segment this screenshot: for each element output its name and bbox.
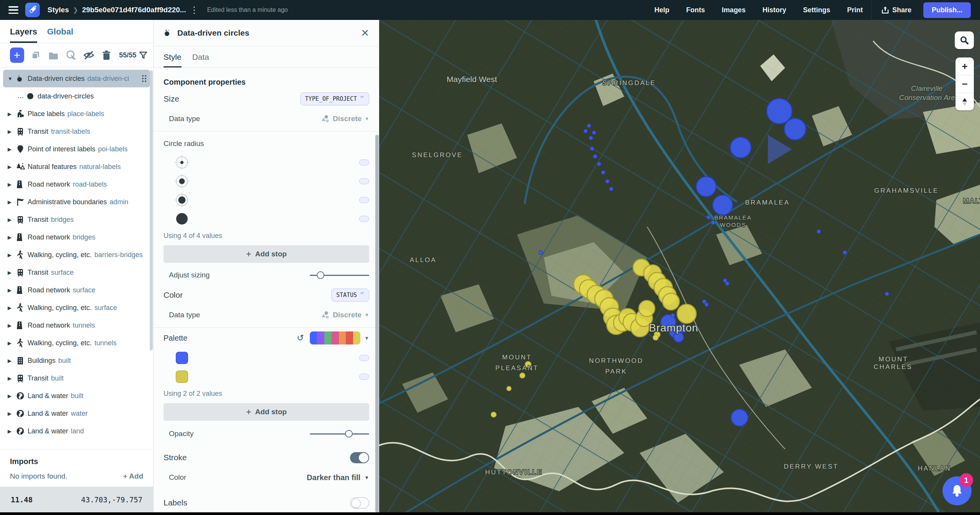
map-data-circle-in-progress[interactable] [609,187,613,191]
caret-right-icon[interactable]: ▶ [8,323,16,328]
caret-right-icon[interactable]: ▶ [8,235,16,240]
map-data-circle-in-progress[interactable] [601,171,605,174]
select-on-map-icon[interactable] [65,50,77,61]
nav-item-help[interactable]: Help [646,6,678,14]
stroke-toggle[interactable] [350,452,369,463]
map-data-circle-archive[interactable] [639,300,655,317]
map-data-circle-in-progress[interactable] [711,221,715,225]
map-data-circle-in-progress[interactable] [587,124,591,128]
nav-item-print[interactable]: Print [839,6,871,14]
caret-right-icon[interactable]: ▶ [8,217,16,223]
layer-row-tunnels[interactable]: ▶Walking, cycling, etc.tunnels [3,334,150,352]
caret-right-icon[interactable]: ▶ [8,287,16,293]
layer-row-admin[interactable]: ▶Administrative boundariesadmin [3,193,150,211]
caret-right-icon[interactable]: ▶ [8,358,16,364]
map-data-circle-archive[interactable] [653,335,658,340]
map-data-circle-in-progress[interactable] [705,303,708,307]
map-data-circle-archive[interactable] [507,386,511,391]
breadcrumb-style-id[interactable]: 29b5e0e071d4f76d0aff9d220... [82,6,186,14]
map-data-circle-in-progress[interactable] [784,118,806,140]
size-field-chip[interactable]: TYPE_OF_PROJECT“ [300,92,369,105]
caret-right-icon[interactable]: ▶ [8,199,16,205]
mapbox-studio-logo[interactable] [25,3,40,17]
hide-layer-icon[interactable] [83,50,95,60]
map-data-circle-archive[interactable] [520,373,525,378]
adjust-sizing-slider[interactable] [310,271,369,279]
layer-row-built[interactable]: ▶Transitbuilt [3,369,150,387]
map-data-circle-archive[interactable] [491,412,496,417]
map-data-circle-in-progress[interactable] [539,251,543,254]
map-data-circle-in-progress[interactable] [730,137,751,158]
map-data-circle-in-progress[interactable] [767,98,792,124]
tab-layers[interactable]: Layers [10,27,37,43]
map-data-circle-in-progress[interactable] [707,215,710,219]
radius-stop-value-chip[interactable] [359,216,369,222]
size-data-type-select[interactable]: Discrete▼ [321,114,369,123]
zoom-in-button[interactable]: + [955,57,974,75]
layer-row-water[interactable]: ▶Land & waterwater [3,405,150,422]
caret-right-icon[interactable]: ▶ [8,129,16,134]
map-data-circle-in-progress[interactable] [713,195,733,215]
map-data-circle-in-progress[interactable] [817,230,821,233]
caret-right-icon[interactable]: ▶ [8,376,16,381]
radius-stop-value-chip[interactable] [359,159,369,166]
layer-row-road-labels[interactable]: ▶Road networkroad-labels [3,175,150,193]
palette-shuffle-icon[interactable]: ↻ [297,333,304,343]
map-data-circle-in-progress[interactable] [671,313,675,317]
caret-right-icon[interactable]: ▶ [8,270,16,276]
map-data-circle-in-progress[interactable] [592,131,596,134]
opacity-slider[interactable] [310,430,369,438]
color-swatch[interactable] [176,371,188,383]
caret-right-icon[interactable]: ▶ [8,146,16,152]
delete-layer-icon[interactable] [101,50,113,61]
layer-row-tunnels[interactable]: ▶Road networktunnels [3,317,150,334]
close-panel-icon[interactable]: ✕ [361,28,369,38]
nav-item-settings[interactable]: Settings [795,6,839,14]
layer-row-bridges[interactable]: ▶Road networkbridges [3,228,150,246]
map-data-circle-in-progress[interactable] [589,136,593,140]
palette-stop-value-chip[interactable] [359,355,369,361]
map-data-circle-in-progress[interactable] [593,154,597,158]
caret-right-icon[interactable]: ▶ [8,393,16,399]
add-radius-stop-button[interactable]: +Add stop [164,245,369,263]
radius-preview-icon[interactable] [173,210,190,227]
caret-right-icon[interactable]: ▶ [8,252,16,258]
radius-preview-icon[interactable] [173,192,190,208]
caret-right-icon[interactable]: ▶ [8,411,16,417]
nav-item-fonts[interactable]: Fonts [678,6,713,14]
notifications-bell-button[interactable]: 1 [942,476,972,505]
layer-row-transit-labels[interactable]: ▶Transittransit-labels [3,123,150,140]
palette-stop-value-chip[interactable] [359,374,369,380]
layer-row-surface[interactable]: ▶Transitsurface [3,264,150,281]
add-layer-button[interactable]: + [10,48,24,63]
caret-down-icon[interactable]: ▼ [8,76,16,82]
palette-dropdown-icon[interactable]: ▼ [364,335,369,341]
map-data-circle-archive[interactable] [677,304,696,323]
map-data-circle-in-progress[interactable] [696,177,716,197]
color-swatch[interactable] [176,352,188,364]
group-folder-icon[interactable] [47,51,59,60]
layer-row-land[interactable]: ▶Land & waterland [3,422,150,440]
map-data-circle-in-progress[interactable] [731,409,748,426]
caret-right-icon[interactable]: ▶ [8,164,16,170]
opacity-knob[interactable] [345,430,353,438]
caret-right-icon[interactable]: ▶ [8,182,16,187]
panel-scrollbar[interactable] [375,135,379,512]
radius-preview-icon[interactable] [173,173,190,190]
layer-row-place-labels[interactable]: ▶Place labelsplace-labels [3,105,150,123]
layer-filter[interactable]: 55/55 [119,51,147,59]
layer-list-scrollbar[interactable] [150,71,153,350]
map-data-circle-in-progress[interactable] [590,147,594,151]
compass-bearing-button[interactable] [955,93,974,110]
caret-right-icon[interactable]: ▶ [8,305,16,311]
adjust-sizing-knob[interactable] [317,271,324,279]
radius-stop-value-chip[interactable] [359,197,369,203]
tab-data[interactable]: Data [192,52,209,67]
publish-button[interactable]: Publish... [923,2,971,18]
layer-row-surface[interactable]: ▶Road networksurface [3,281,150,299]
color-field-chip[interactable]: STATUS“ [331,289,369,302]
imports-add-button[interactable]: + Add [123,472,143,481]
map-search-button[interactable] [955,31,974,49]
hamburger-menu-icon[interactable] [8,6,18,14]
map-data-circle-in-progress[interactable] [725,282,729,285]
